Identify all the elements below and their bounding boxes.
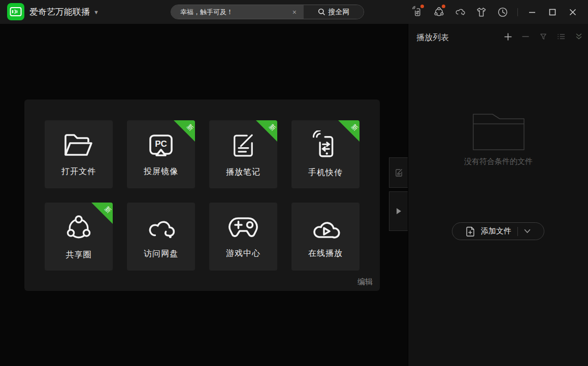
tile-label: 播放笔记 <box>226 167 260 178</box>
phone-transfer-icon <box>311 130 340 161</box>
tile-share-circle[interactable]: 共享圈 新 <box>45 203 113 271</box>
tile-label: 手机快传 <box>308 168 343 178</box>
add-file-button[interactable]: 添加文件 <box>452 222 544 240</box>
add-file-label: 添加文件 <box>481 226 511 236</box>
titlebar-separator <box>517 8 518 16</box>
share-circle-icon <box>63 213 94 243</box>
app-title: 爱奇艺万能联播 <box>29 6 90 18</box>
main-area: 打开文件 PC 投屏镜像 新 播放笔记 新 <box>0 24 408 366</box>
online-play-icon <box>309 214 342 242</box>
close-button[interactable] <box>563 0 583 24</box>
button-divider <box>517 227 518 236</box>
notification-dot <box>442 5 445 8</box>
open-file-folder-icon <box>62 131 95 160</box>
titlebar: 爱奇艺万能联播 ▼ 幸福，触手可及！ × 搜全网 <box>0 0 588 24</box>
list-icon[interactable] <box>557 32 565 41</box>
tile-label: 访问网盘 <box>144 249 178 259</box>
share-circle-icon[interactable] <box>428 0 449 24</box>
tile-cloud-disk[interactable]: 访问网盘 <box>127 203 195 271</box>
maximize-button[interactable] <box>542 0 563 24</box>
play-notes-icon <box>227 131 259 160</box>
playlist-sidebar: 播放列表 没有符合条件的文件 <box>408 24 588 366</box>
search-clear-icon[interactable]: × <box>290 8 299 16</box>
tile-game-center[interactable]: 游戏中心 <box>209 203 277 271</box>
double-chevron-down-icon[interactable] <box>575 32 583 41</box>
tile-label: 在线播放 <box>308 248 343 259</box>
tile-play-notes[interactable]: 播放笔记 新 <box>209 120 277 188</box>
tile-phone-transfer[interactable]: 手机快传 新 <box>291 120 360 188</box>
search-box[interactable]: 幸福，触手可及！ × 搜全网 <box>171 5 364 19</box>
empty-text: 没有符合条件的文件 <box>464 157 533 167</box>
screen-mirror-icon: PC <box>145 131 177 160</box>
notes-icon <box>394 168 404 178</box>
playlist-toolbar <box>504 32 583 41</box>
phone-transfer-icon[interactable] <box>407 0 428 24</box>
skin-tshirt-icon[interactable] <box>471 0 492 24</box>
search-web-button[interactable]: 搜全网 <box>304 5 364 19</box>
minus-icon[interactable] <box>521 32 530 41</box>
chevron-down-icon[interactable] <box>524 229 531 234</box>
tile-label: 共享圈 <box>66 250 92 260</box>
titlebar-icons <box>407 0 588 24</box>
tile-open-file[interactable]: 打开文件 <box>45 120 113 188</box>
edit-link[interactable]: 编辑 <box>357 277 373 287</box>
cloud-disk-icon <box>145 214 177 242</box>
playlist-title: 播放列表 <box>416 32 449 43</box>
empty-folder-icon <box>472 111 525 151</box>
search-web-label: 搜全网 <box>329 8 350 17</box>
cloud-disk-icon[interactable] <box>449 0 471 24</box>
side-tab-expand[interactable] <box>389 191 408 231</box>
minimize-button[interactable] <box>522 0 542 24</box>
tile-screen-mirror[interactable]: PC 投屏镜像 新 <box>127 120 195 188</box>
app-title-menu[interactable]: 爱奇艺万能联播 ▼ <box>29 0 99 24</box>
tile-label: 游戏中心 <box>226 248 260 259</box>
side-tab-notes[interactable] <box>389 157 408 188</box>
search-input[interactable]: 幸福，触手可及！ × <box>171 5 304 19</box>
chevron-down-icon: ▼ <box>93 9 99 15</box>
tile-label: 投屏镜像 <box>144 167 178 177</box>
game-center-icon <box>227 214 259 242</box>
filter-icon[interactable] <box>539 32 547 41</box>
notification-dot <box>420 5 424 8</box>
expand-play-icon <box>396 208 402 215</box>
history-clock-icon[interactable] <box>492 0 513 24</box>
search-icon <box>318 8 325 16</box>
app-logo-icon[interactable] <box>7 3 24 20</box>
file-plus-icon <box>466 226 475 237</box>
svg-text:PC: PC <box>155 139 167 149</box>
shortcut-panel: 打开文件 PC 投屏镜像 新 播放笔记 新 <box>24 99 380 291</box>
tile-label: 打开文件 <box>61 167 96 177</box>
search-text: 幸福，触手可及！ <box>180 8 290 17</box>
plus-icon[interactable] <box>504 32 512 41</box>
empty-state: 没有符合条件的文件 <box>408 111 588 167</box>
tile-online-play[interactable]: 在线播放 <box>291 203 360 271</box>
